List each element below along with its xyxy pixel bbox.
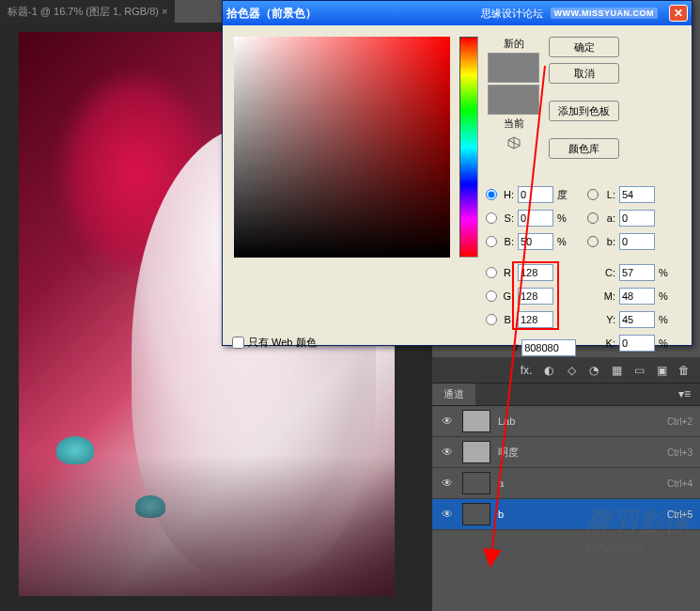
channel-thumb (462, 472, 490, 494)
channel-name: 明度 (498, 446, 660, 460)
adjustments-bar: fx. ◐ ◇ ◔ ▦ ▭ ▣ 🗑 (432, 357, 700, 384)
eye-icon[interactable]: 👁 (440, 476, 455, 491)
cube-icon (507, 136, 521, 149)
label-g: G: (501, 290, 514, 302)
radio-bv[interactable] (486, 236, 497, 247)
label-a: a: (602, 212, 615, 224)
input-l[interactable] (619, 186, 655, 203)
channel-row-a[interactable]: 👁 a Ctrl+4 (432, 468, 700, 499)
web-only-label: 只有 Web 颜色 (248, 336, 317, 350)
label-l: L: (602, 189, 615, 200)
input-h[interactable] (518, 186, 553, 203)
panel-menu-icon[interactable]: ▾≡ (669, 384, 700, 405)
dialog-title: 拾色器（前景色） (226, 6, 317, 22)
fx-icon[interactable]: fx. (518, 362, 535, 379)
lab-cmyk-inputs: L: a: b: C: % M: (587, 185, 672, 357)
panel-tabs: 通道 ▾≡ (432, 384, 700, 406)
label-m: M: (602, 290, 615, 302)
input-b[interactable] (518, 311, 553, 328)
label-k: K: (602, 337, 615, 349)
channel-shortcut: Ctrl+2 (667, 416, 692, 427)
radio-b[interactable] (486, 314, 497, 325)
web-only-checkbox[interactable] (232, 337, 244, 349)
channel-shortcut: Ctrl+4 (667, 478, 692, 489)
channel-thumb (462, 441, 490, 463)
label-h: H: (501, 189, 514, 200)
label-lab-b: b: (602, 236, 615, 247)
channel-name: Lab (498, 415, 660, 427)
input-k[interactable] (619, 335, 655, 352)
label-bv: B: (501, 236, 514, 247)
color-libraries-button[interactable]: 颜色库 (549, 138, 619, 159)
add-swatch-button[interactable]: 添加到色板 (549, 101, 619, 121)
ok-button[interactable]: 确定 (549, 37, 619, 57)
label-r: R: (501, 267, 514, 278)
input-a[interactable] (619, 210, 655, 227)
label-s: S: (501, 212, 514, 224)
radio-h[interactable] (486, 189, 497, 200)
unit-c: % (659, 267, 672, 278)
hex-row: # (512, 339, 576, 356)
radio-g[interactable] (486, 290, 497, 302)
input-m[interactable] (619, 288, 655, 305)
channel-shortcut: Ctrl+5 (667, 509, 692, 520)
channel-row-b[interactable]: 👁 b Ctrl+5 (432, 499, 700, 530)
input-s[interactable] (518, 210, 553, 227)
input-r[interactable] (518, 264, 553, 281)
color-field[interactable] (234, 37, 450, 258)
trash-icon[interactable]: 🗑 (676, 362, 692, 379)
new-icon[interactable]: ▣ (653, 362, 670, 379)
channel-thumb (462, 503, 490, 525)
radio-l[interactable] (587, 189, 599, 200)
document-tab[interactable]: 标题-1 @ 16.7% (图层 1, RGB/8) × (0, 0, 175, 23)
adjustment-icon[interactable]: ◇ (563, 362, 580, 379)
circle-icon[interactable]: ◐ (540, 362, 557, 379)
input-bv[interactable] (518, 233, 553, 250)
folder-icon[interactable]: ▭ (630, 362, 647, 379)
eye-icon[interactable]: 👁 (440, 414, 455, 429)
levels-icon[interactable]: ▦ (608, 362, 625, 379)
radio-a[interactable] (587, 212, 599, 224)
input-y[interactable] (619, 311, 655, 328)
channel-row-lightness[interactable]: 👁 明度 Ctrl+3 (432, 437, 700, 468)
brand-url: WWW.MISSYUAN.COM (551, 8, 659, 19)
input-hex[interactable] (521, 339, 576, 356)
unit-h: 度 (557, 188, 570, 202)
unit-y: % (659, 314, 672, 325)
close-icon[interactable]: ✕ (669, 5, 688, 22)
channel-row-lab[interactable]: 👁 Lab Ctrl+2 (432, 406, 700, 437)
radio-s[interactable] (486, 212, 497, 224)
current-label: 当前 (504, 117, 524, 131)
brand-label: 思缘设计论坛 (481, 7, 543, 21)
tab-channels[interactable]: 通道 (432, 384, 475, 405)
channel-thumb (462, 410, 490, 432)
channel-list: 👁 Lab Ctrl+2 👁 明度 Ctrl+3 👁 a Ctrl+4 👁 (432, 406, 700, 530)
eye-icon[interactable]: 👁 (440, 445, 455, 460)
panels-area: fx. ◐ ◇ ◔ ▦ ▭ ▣ 🗑 通道 ▾≡ 👁 Lab Ctrl+2 👁 明… (432, 357, 700, 530)
curves-icon[interactable]: ◔ (585, 362, 602, 379)
channel-shortcut: Ctrl+3 (667, 447, 692, 458)
new-label: 新的 (504, 37, 524, 51)
input-c[interactable] (619, 264, 655, 281)
radio-lab-b[interactable] (587, 236, 599, 247)
image-content (56, 436, 94, 464)
radio-r[interactable] (486, 267, 497, 278)
dialog-titlebar[interactable]: 拾色器（前景色） 思缘设计论坛 WWW.MISSYUAN.COM ✕ (223, 1, 692, 25)
label-y: Y: (602, 314, 615, 325)
eye-icon[interactable]: 👁 (440, 507, 455, 522)
unit-bv: % (557, 236, 570, 247)
color-picker-dialog: 拾色器（前景色） 思缘设计论坛 WWW.MISSYUAN.COM ✕ 新的 当前… (222, 0, 692, 346)
hsb-rgb-inputs: H: 度 S: % B: % R: (486, 185, 570, 334)
current-color-swatch[interactable] (488, 85, 539, 115)
unit-s: % (557, 212, 570, 224)
new-color-swatch (488, 53, 539, 83)
hex-label: # (512, 342, 518, 353)
web-only-row: 只有 Web 颜色 (232, 336, 317, 350)
input-g[interactable] (518, 288, 553, 305)
hue-slider[interactable] (459, 37, 478, 258)
channel-name: a (498, 478, 660, 489)
input-lab-b[interactable] (619, 233, 655, 250)
dialog-body: 新的 当前 确定 取消 添加到色板 颜色库 H: 度 (223, 25, 692, 345)
label-c: C: (602, 267, 615, 278)
cancel-button[interactable]: 取消 (549, 63, 619, 84)
